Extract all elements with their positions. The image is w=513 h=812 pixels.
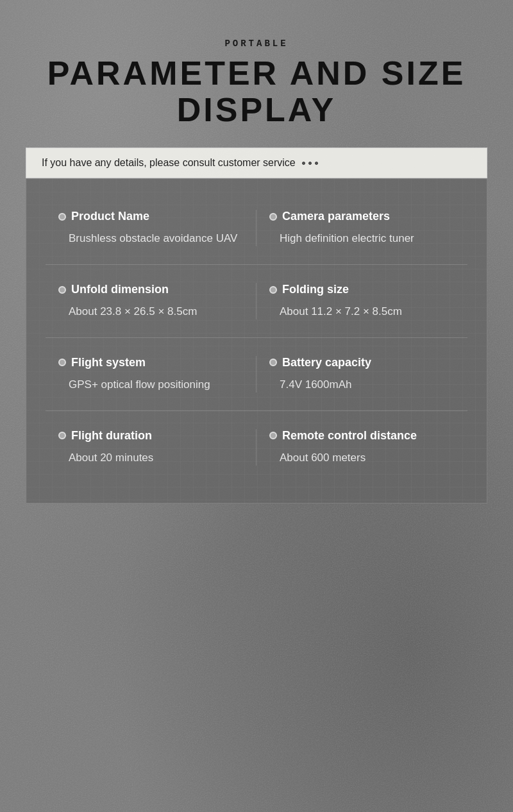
camera-params-value: High definition electric tuner (269, 231, 455, 246)
main-title: PARAMETER AND SIZE DISPLAY (19, 55, 494, 128)
banner-text: If you have any details, please consult … (42, 157, 296, 169)
cell-battery-capacity: Battery capacity 7.4V 1600mAh (256, 356, 467, 393)
camera-params-label: Camera parameters (269, 210, 455, 223)
cell-folding-size: Folding size About 11.2 × 7.2 × 8.5cm (256, 283, 467, 319)
folding-size-label: Folding size (269, 283, 455, 296)
param-row-2: Unfold dimension About 23.8 × 26.5 × 8.5… (46, 265, 467, 338)
battery-capacity-label: Battery capacity (269, 356, 455, 369)
dot-3 (315, 162, 318, 165)
param-row-3: Flight system GPS+ optical flow position… (46, 338, 467, 411)
dots (302, 162, 318, 165)
unfold-dimension-value: About 23.8 × 26.5 × 8.5cm (58, 304, 243, 319)
remote-control-distance-label: Remote control distance (269, 429, 455, 443)
portable-label: PORTABLE (19, 38, 494, 49)
cell-unfold-dimension: Unfold dimension About 23.8 × 26.5 × 8.5… (46, 283, 256, 319)
product-name-value: Brushless obstacle avoidance UAV (58, 231, 243, 246)
param-row-1: Product Name Brushless obstacle avoidanc… (46, 192, 467, 265)
battery-capacity-value: 7.4V 1600mAh (269, 377, 455, 393)
flight-duration-label: Flight duration (58, 429, 243, 443)
dot-1 (302, 162, 305, 165)
header-section: PORTABLE PARAMETER AND SIZE DISPLAY (19, 38, 494, 128)
cell-camera-params: Camera parameters High definition electr… (256, 210, 467, 246)
cell-product-name: Product Name Brushless obstacle avoidanc… (46, 210, 256, 246)
product-name-label: Product Name (58, 210, 243, 223)
param-row-4: Flight duration About 20 minutes Remote … (46, 411, 467, 484)
remote-control-distance-value: About 600 meters (269, 450, 455, 466)
info-banner: If you have any details, please consult … (26, 148, 487, 178)
cell-remote-control-distance: Remote control distance About 600 meters (256, 429, 467, 466)
unfold-dimension-label: Unfold dimension (58, 283, 243, 296)
dot-2 (308, 162, 312, 165)
cell-flight-system: Flight system GPS+ optical flow position… (46, 356, 256, 393)
flight-system-label: Flight system (58, 356, 243, 369)
page-wrapper: PORTABLE PARAMETER AND SIZE DISPLAY If y… (0, 0, 513, 529)
flight-duration-value: About 20 minutes (58, 450, 243, 466)
flight-system-value: GPS+ optical flow positioning (58, 377, 243, 393)
folding-size-value: About 11.2 × 7.2 × 8.5cm (269, 304, 455, 319)
params-container: Product Name Brushless obstacle avoidanc… (26, 178, 487, 503)
cell-flight-duration: Flight duration About 20 minutes (46, 429, 256, 466)
